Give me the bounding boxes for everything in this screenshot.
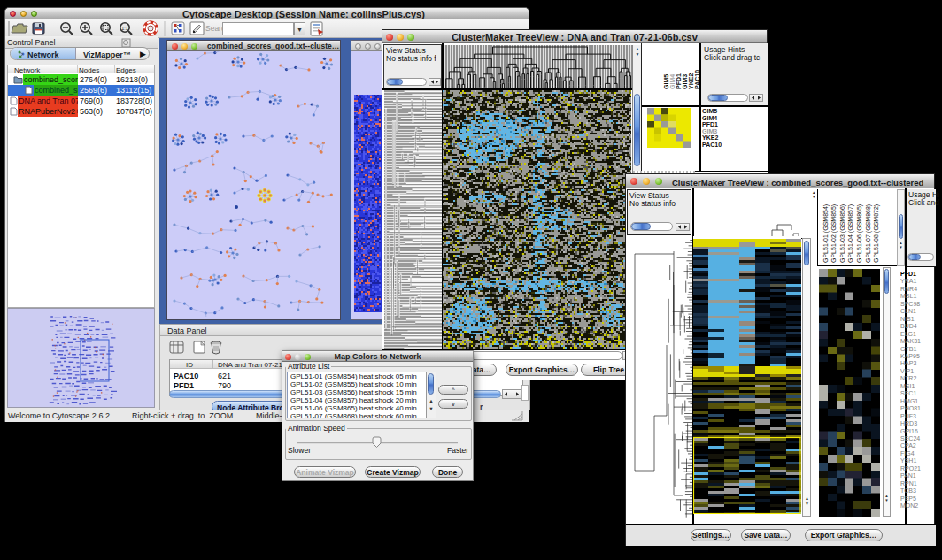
svg-text:GPL51-04 (GSM857): GPL51-04 (GSM857) [847, 204, 854, 263]
svg-text:GPL51-02 (GSM855): GPL51-02 (GSM855) [830, 204, 838, 263]
svg-text:YKE2: YKE2 [688, 73, 694, 89]
svg-text:GPL51-07 (GSM868): GPL51-07 (GSM868) [865, 204, 872, 263]
svg-text:PFD1: PFD1 [676, 73, 682, 89]
svg-text:GIM3: GIM3 [682, 74, 688, 89]
svg-text:GPL51-08 (GSM872): GPL51-08 (GSM872) [873, 204, 880, 263]
svg-text:1:1: 1:1 [121, 26, 128, 31]
svg-text:GIM5: GIM5 [663, 74, 669, 89]
svg-text:GPL51-06 (GSM865): GPL51-06 (GSM865) [856, 204, 863, 263]
svg-text:GPL51-01 (GSM854): GPL51-01 (GSM854) [822, 204, 830, 263]
svg-text:GIM4: GIM4 [669, 74, 676, 89]
svg-text:GPL51-03 (GSM856): GPL51-03 (GSM856) [839, 204, 846, 263]
